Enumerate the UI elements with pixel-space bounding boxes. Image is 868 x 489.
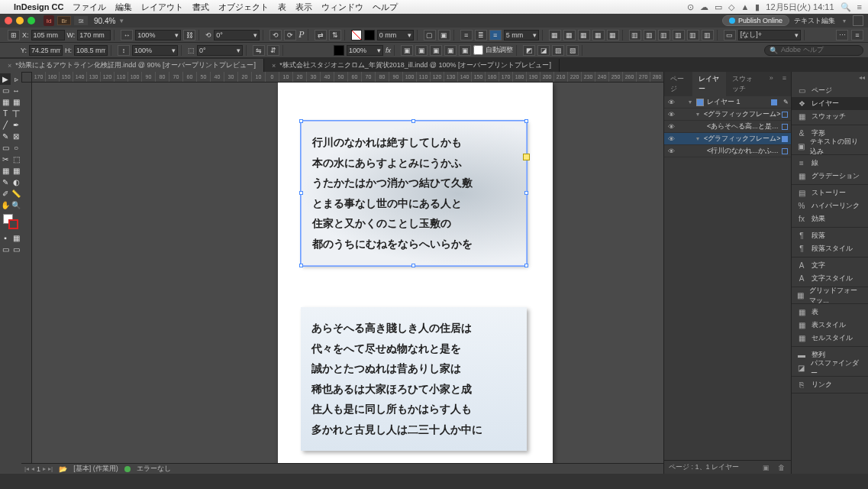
selection-tool[interactable]: ▶: [0, 73, 11, 85]
menu-object[interactable]: オブジェクト: [218, 2, 269, 13]
page[interactable]: 行川のなかれは絶すしてしかも 本の水にあらすよとみにうかふ うたかたはかつ消かつ…: [278, 83, 553, 463]
menu-view[interactable]: 表示: [295, 2, 312, 13]
paragraph-icon[interactable]: P: [298, 29, 304, 40]
eyedropper-tool[interactable]: ✐: [0, 188, 11, 199]
scissors-tool[interactable]: ✂: [0, 154, 11, 165]
visibility-icon[interactable]: 👁: [664, 111, 678, 118]
menu-help[interactable]: ヘルプ: [373, 2, 398, 13]
layer-item-row[interactable]: 👁<あらそへる高...と是を誠...: [664, 121, 791, 133]
selected-indicator[interactable]: [782, 112, 788, 118]
y-field[interactable]: [29, 45, 63, 56]
dock-hyperlink[interactable]: %ハイパーリンク: [792, 199, 868, 212]
apply-color[interactable]: ▪: [0, 232, 11, 244]
corner-3-icon[interactable]: ▨: [552, 45, 564, 56]
stroke-swatch[interactable]: [364, 30, 375, 40]
zoom-dropdown-icon[interactable]: ▼: [118, 18, 124, 24]
type-vertical-tool[interactable]: 丅: [11, 108, 21, 119]
rectangle-tool[interactable]: ▭: [0, 142, 11, 154]
color-theme-tool[interactable]: ◐: [11, 176, 21, 188]
page-tool[interactable]: ▭: [0, 85, 11, 96]
x-field[interactable]: [31, 30, 65, 40]
selected-indicator[interactable]: [782, 124, 788, 130]
clock[interactable]: 12月5日(火) 14:11: [766, 2, 834, 13]
align-center-icon[interactable]: ≣: [475, 30, 487, 40]
minimize-window[interactable]: [16, 17, 24, 24]
dist-3-icon[interactable]: ▥: [658, 30, 670, 40]
link-scale-icon[interactable]: ⛓: [183, 30, 195, 40]
display-icon[interactable]: ▭: [715, 2, 722, 12]
close-tab-icon[interactable]: ×: [272, 62, 276, 70]
menu-window[interactable]: ウィンドウ: [321, 2, 363, 13]
text-out-port[interactable]: [523, 154, 530, 160]
corner-options-icon[interactable]: ▢: [424, 30, 436, 40]
help-search[interactable]: 🔍 Adobe ヘルプ: [764, 45, 863, 56]
menu-layout[interactable]: レイアウト: [141, 2, 183, 13]
dock-stroke[interactable]: ≡線: [792, 157, 868, 170]
menu-file[interactable]: ファイル: [73, 2, 106, 13]
dock-swatches[interactable]: ▦スウォッチ: [792, 110, 868, 123]
dist-4-icon[interactable]: ▥: [673, 30, 685, 40]
ruler-vertical[interactable]: [21, 83, 32, 463]
dock-table-styles[interactable]: ▦表スタイル: [792, 319, 868, 332]
content-placer-tool[interactable]: ▦: [11, 96, 21, 108]
pencil-tool[interactable]: ✎: [0, 131, 11, 142]
dock-character-styles[interactable]: A文字スタイル: [792, 272, 868, 285]
object-style-dd[interactable]: [なし]+▾: [738, 30, 801, 40]
new-layer-icon[interactable]: ▣: [760, 464, 771, 471]
corner-4-icon[interactable]: ▧: [566, 45, 579, 56]
adobe-icon[interactable]: ▲: [741, 2, 749, 11]
wrap-2-icon[interactable]: ▦: [563, 30, 576, 40]
dock-effects[interactable]: fx効果: [792, 212, 868, 225]
resize-handle[interactable]: [524, 191, 528, 195]
reference-point[interactable]: ⊞: [8, 30, 20, 40]
scale-y[interactable]: 100%▾: [132, 45, 178, 56]
publish-online-button[interactable]: Publish Online: [722, 15, 789, 26]
resize-handle[interactable]: [411, 264, 415, 267]
fit-2-icon[interactable]: ▣: [415, 45, 428, 56]
selected-indicator[interactable]: [771, 99, 777, 105]
page-nav[interactable]: |◂◂1▸▸|: [24, 465, 53, 473]
text-frame-1[interactable]: 行川のなかれは絶すしてしかも 本の水にあらすよとみにうかふ うたかたはかつ消かつ…: [301, 121, 527, 266]
resize-handle[interactable]: [299, 119, 303, 123]
wifi-icon[interactable]: ⊙: [687, 2, 694, 12]
rotate-ccw-icon[interactable]: ⟲: [269, 30, 282, 40]
app-name[interactable]: InDesign CC: [14, 2, 63, 11]
opacity-field[interactable]: 100%▾: [347, 45, 383, 56]
page-number[interactable]: 1: [37, 465, 40, 473]
menu-icon[interactable]: ≡: [857, 2, 862, 11]
flip-v-icon[interactable]: ⇅: [329, 30, 341, 40]
visibility-icon[interactable]: 👁: [664, 135, 678, 143]
cloud-icon[interactable]: ☁: [700, 2, 708, 12]
resize-handle[interactable]: [411, 119, 415, 123]
flip-v2-icon[interactable]: ⇵: [267, 45, 279, 56]
delete-layer-icon[interactable]: 🗑: [776, 464, 786, 471]
ruler-origin[interactable]: [21, 72, 32, 83]
wrap-3-icon[interactable]: ▦: [578, 30, 590, 40]
dist-6-icon[interactable]: ▥: [702, 30, 714, 40]
fit-1-icon[interactable]: ▣: [401, 45, 413, 56]
dock-table[interactable]: ▦表: [792, 306, 868, 319]
dock-grid-format[interactable]: ▦グリッドフォーマッ...: [792, 289, 868, 302]
zoom-tool[interactable]: 🔍: [11, 199, 21, 211]
layer-row[interactable]: 👁▾レイヤー 1✎: [664, 96, 791, 108]
h-field[interactable]: [74, 45, 108, 56]
dropbox-icon[interactable]: ◇: [728, 2, 734, 12]
stock-button[interactable]: St: [74, 16, 88, 25]
canvas[interactable]: 1701601501401301201101009080706050403020…: [21, 72, 663, 474]
ruler-horizontal[interactable]: 1701601501401301201101009080706050403020…: [32, 72, 663, 83]
auto-fit-checkbox[interactable]: 自動調整: [473, 45, 513, 55]
dock-paragraph-styles[interactable]: ¶段落スタイル: [792, 242, 868, 255]
spotlight-icon[interactable]: 🔍: [841, 2, 851, 12]
line-tool[interactable]: ╱: [0, 119, 11, 131]
fx-icon[interactable]: fx: [386, 47, 391, 54]
corner-1-icon[interactable]: ◩: [523, 45, 535, 56]
type-tool[interactable]: T: [0, 108, 11, 119]
dock-pages[interactable]: ▭ページ: [792, 84, 868, 97]
wrap-4-icon[interactable]: ▦: [592, 30, 605, 40]
rotate-field[interactable]: 0°▾: [214, 30, 260, 40]
align-right-icon[interactable]: ≡: [489, 30, 502, 40]
workspace-dropdown-icon[interactable]: ▾: [843, 18, 846, 24]
preflight-label[interactable]: エラーなし: [137, 464, 171, 474]
align-left-icon[interactable]: ≡: [460, 30, 473, 40]
visibility-icon[interactable]: 👁: [664, 123, 678, 131]
